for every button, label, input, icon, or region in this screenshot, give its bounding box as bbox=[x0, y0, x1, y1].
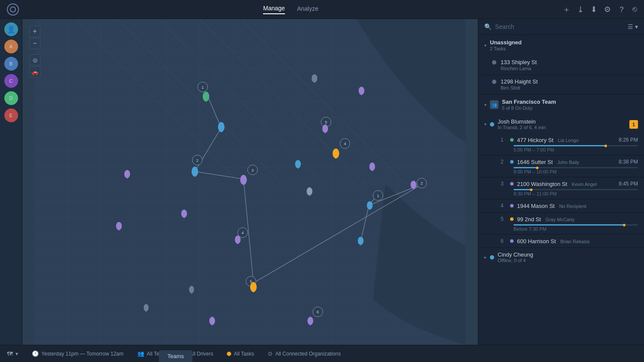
svg-text:6: 6 bbox=[316, 309, 319, 314]
route-header-4: 4 1944 Mason St No Recipient bbox=[501, 202, 638, 210]
bottom-tasks[interactable]: All Tasks bbox=[227, 351, 254, 357]
cindy-status: Offline, 0 of 4 bbox=[498, 258, 638, 263]
avatar-4[interactable]: D bbox=[4, 91, 18, 105]
teams-tab[interactable]: Teams bbox=[159, 350, 192, 362]
svg-text:5: 5 bbox=[325, 120, 327, 124]
nav-center: Manage Analyze bbox=[263, 5, 318, 14]
route-dot-3 bbox=[510, 182, 514, 186]
nav-right: ＋ ⤓ ⬇ ⚙ ？ ⎋ bbox=[563, 4, 637, 15]
map-container[interactable]: 1 2 3 bbox=[22, 19, 478, 345]
route-time-range-2: 8:00 PM – 10:00 PM bbox=[501, 169, 638, 174]
route-bar-fill-3 bbox=[514, 189, 532, 190]
task-person-1: Rinchen Lama bbox=[501, 66, 638, 71]
route-address-1: 477 Hickory St bbox=[517, 137, 554, 143]
bottom-time[interactable]: 🕐 Yesterday 11pm — Tomorrow 12am bbox=[32, 350, 124, 357]
sf-team-chevron: ▾ bbox=[484, 102, 486, 107]
clock-icon: 🕐 bbox=[32, 350, 39, 357]
avatar-3[interactable]: C bbox=[4, 74, 18, 88]
route-person-6: Brian Rekasis bbox=[560, 239, 590, 244]
left-sidebar: 👤 A B C D E bbox=[0, 19, 22, 345]
route-item-6[interactable]: 6 600 Harrison St Brian Rekasis bbox=[478, 235, 644, 248]
bottom-organizations[interactable]: ⊙ All Connected Organizations bbox=[268, 350, 341, 357]
tab-analyze[interactable]: Analyze bbox=[297, 5, 319, 14]
route-bar-5 bbox=[514, 224, 638, 226]
view-toggle[interactable]: ☰ ▾ bbox=[628, 23, 638, 30]
logout-icon[interactable]: ⎋ bbox=[632, 5, 637, 14]
tab-manage[interactable]: Manage bbox=[263, 5, 285, 14]
search-input[interactable] bbox=[495, 23, 624, 30]
logo[interactable] bbox=[7, 3, 19, 15]
svg-text:1: 1 bbox=[377, 193, 379, 198]
avatar-2[interactable]: B bbox=[4, 57, 18, 71]
teams-icon: 👥 bbox=[137, 350, 144, 357]
route-bar-fill-2 bbox=[514, 167, 539, 168]
tasks-dot bbox=[227, 352, 231, 356]
route-item-5[interactable]: 5 99 2nd St Gray McCarty Before 7:30 PM bbox=[478, 213, 644, 235]
task-item-1[interactable]: 133 Shipley St Rinchen Lama bbox=[478, 56, 644, 75]
route-person-1: Lia Longo bbox=[558, 138, 579, 143]
route-person-4: No Recipient bbox=[559, 204, 586, 209]
route-bar-dot-1 bbox=[604, 145, 607, 147]
import-icon[interactable]: ⤓ bbox=[577, 5, 584, 14]
route-bar-dot-5 bbox=[623, 224, 625, 226]
avatar-0[interactable]: 👤 bbox=[4, 22, 18, 36]
avatar-1[interactable]: A bbox=[4, 40, 18, 53]
route-bar-1 bbox=[514, 145, 638, 146]
search-bar: 🔍 ☰ ▾ bbox=[478, 19, 644, 35]
zoom-in-button[interactable]: + bbox=[29, 26, 40, 37]
task-address-2: 1298 Haight St bbox=[501, 78, 638, 85]
team-icon: 👥 bbox=[490, 100, 498, 109]
svg-text:2: 2 bbox=[421, 181, 423, 186]
route-num-5: 5 bbox=[501, 216, 507, 222]
josh-name: Josh Blumstein bbox=[498, 118, 626, 125]
download-icon[interactable]: ⬇ bbox=[591, 5, 597, 14]
driver-josh-header[interactable]: ▾ Josh Blumstein In Transit, 2 of 6, 4 m… bbox=[478, 115, 644, 133]
cindy-dot bbox=[490, 255, 494, 260]
add-icon[interactable]: ＋ bbox=[563, 4, 570, 15]
car-button[interactable]: 🚗 bbox=[29, 66, 40, 77]
route-bar-3 bbox=[514, 189, 638, 190]
route-num-3: 3 bbox=[501, 181, 507, 187]
bottom-chevron: ▾ bbox=[15, 351, 18, 357]
unassigned-title: Unassigned bbox=[490, 39, 638, 46]
task-item-2[interactable]: 1298 Haight St Ben Stott bbox=[478, 75, 644, 94]
task-person-2: Ben Stott bbox=[501, 85, 638, 90]
route-header-6: 6 600 Harrison St Brian Rekasis bbox=[501, 237, 638, 245]
locate-button[interactable]: ◎ bbox=[29, 54, 40, 65]
route-bar-2 bbox=[514, 167, 638, 168]
route-person-2: John Baily bbox=[557, 160, 579, 165]
cindy-header[interactable]: ▸ Cindy Cheung Offline, 0 of 4 bbox=[478, 248, 644, 266]
map-svg: 1 2 3 bbox=[22, 19, 478, 345]
route-header-2: 2 1646 Sutter St John Baily 8:38 PM bbox=[501, 158, 638, 166]
settings-icon[interactable]: ⚙ bbox=[604, 5, 611, 14]
unassigned-section-header[interactable]: ▾ Unassigned 2 Tasks bbox=[478, 35, 644, 56]
route-person-5: Gray McCarty bbox=[545, 217, 575, 222]
route-bar-dot-3 bbox=[530, 189, 533, 191]
task-info-1: 133 Shipley St Rinchen Lama bbox=[501, 59, 638, 71]
bottom-bar: 🗺 ▾ 🕐 Yesterday 11pm — Tomorrow 12am 👥 A… bbox=[0, 345, 644, 362]
sf-team-name: San Francisco Team bbox=[502, 99, 638, 105]
unassigned-chevron: ▾ bbox=[484, 43, 486, 48]
route-dot-2 bbox=[510, 160, 514, 164]
map-controls: + − ◎ 🚗 bbox=[29, 26, 40, 77]
avatar-5[interactable]: E bbox=[4, 108, 18, 122]
route-item-3[interactable]: 3 2100 Washington St Kevin Angel 8:45 PM… bbox=[478, 177, 644, 199]
route-address-3: 2100 Washington St bbox=[517, 181, 567, 187]
route-num-4: 4 bbox=[501, 203, 507, 209]
route-address-5: 99 2nd St bbox=[517, 216, 541, 223]
help-icon[interactable]: ？ bbox=[618, 4, 625, 15]
task-address-1: 133 Shipley St bbox=[501, 59, 638, 65]
route-item-2[interactable]: 2 1646 Sutter St John Baily 8:38 PM 8:00… bbox=[478, 155, 644, 177]
bottom-time-range: Yesterday 11pm — Tomorrow 12am bbox=[41, 351, 124, 357]
route-item-1[interactable]: 1 477 Hickory St Lia Longo 8:26 PM 5:00 … bbox=[478, 133, 644, 155]
cindy-name: Cindy Cheung bbox=[498, 251, 638, 258]
route-item-4[interactable]: 4 1944 Mason St No Recipient bbox=[478, 199, 644, 213]
sf-team-header[interactable]: ▾ 👥 San Francisco Team 5 of 8 On Duty bbox=[478, 94, 644, 115]
josh-info: Josh Blumstein In Transit, 2 of 6, 4 min bbox=[498, 118, 626, 130]
right-panel: 🔍 ☰ ▾ ▾ Unassigned 2 Tasks 133 Ship bbox=[478, 19, 644, 345]
list-icon: ☰ bbox=[628, 23, 633, 30]
bottom-org-label: All Connected Organizations bbox=[275, 351, 341, 357]
zoom-out-button[interactable]: − bbox=[29, 38, 40, 49]
bottom-map-icon[interactable]: 🗺 ▾ bbox=[7, 350, 18, 357]
top-nav: Manage Analyze ＋ ⤓ ⬇ ⚙ ？ ⎋ bbox=[0, 0, 644, 19]
